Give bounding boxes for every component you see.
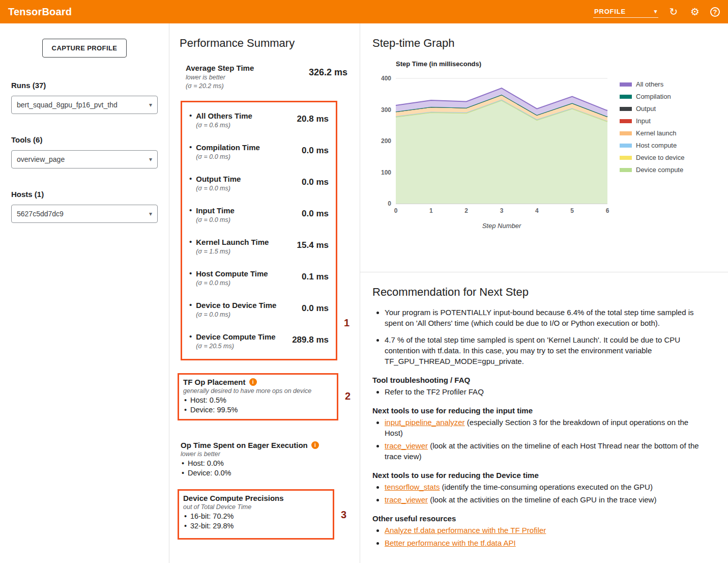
tfdata-api-link[interactable]: Better performance with the tf.data API	[385, 539, 516, 547]
legend-item: Input	[620, 117, 684, 125]
svg-text:1: 1	[429, 207, 433, 214]
metric-row: Host Compute Time (σ = 0.0 ms) 0.1 ms	[183, 262, 331, 294]
dashboard-selector[interactable]: PROFILE ▾	[593, 6, 658, 18]
legend-label: Device compute	[636, 166, 683, 174]
tensorflow-stats-link[interactable]: tensorflow_stats	[385, 483, 440, 491]
metric-value: 0.1 ms	[302, 269, 329, 282]
trace-viewer-link[interactable]: trace_viewer	[385, 441, 428, 450]
annotation-box-2: 2 TF Op Placement i generally desired to…	[178, 373, 338, 420]
svg-text:3: 3	[500, 207, 504, 214]
metric-row: All Others Time (σ = 0.6 ms) 20.8 ms	[183, 104, 331, 136]
metric-label: Input Time	[196, 206, 235, 216]
svg-text:5: 5	[570, 207, 574, 214]
faq-heading: Tool troubleshooting / FAQ	[372, 376, 708, 384]
metric-row: Compilation Time (σ = 0.0 ms) 0.0 ms	[183, 136, 331, 167]
metric-sigma: (σ = 0.0 ms)	[196, 216, 235, 224]
tools-select[interactable]: overview_page ▾	[11, 150, 158, 168]
legend-label: All others	[636, 80, 663, 88]
input-tools-heading: Next tools to use for reducing the input…	[372, 406, 708, 415]
legend-item: Host compute	[620, 142, 684, 149]
legend-item: Compilation	[620, 93, 684, 100]
eager-execution-title: Op Time Spent on Eager Execution	[181, 441, 308, 449]
metric-label: Host Compute Time	[196, 269, 268, 279]
precision-32bit: 32-bit: 29.8%	[183, 521, 328, 531]
metric-label: Compilation Time	[196, 143, 260, 153]
annotation-box-3: 3 Device Compute Precisions out of Total…	[178, 489, 334, 540]
runs-select[interactable]: bert_squad_8gpu_fp16_pvt_thd ▾	[11, 96, 158, 114]
svg-text:300: 300	[381, 106, 391, 114]
device-compute-precisions-title: Device Compute Precisions	[183, 494, 284, 502]
legend-label: Compilation	[636, 93, 671, 100]
input-tool-item: trace_viewer (look at the activities on …	[385, 440, 708, 462]
svg-text:6: 6	[606, 207, 609, 214]
legend-swatch	[620, 107, 632, 111]
legend-swatch	[620, 119, 632, 123]
metric-row: Device to Device Time (σ = 0.0 ms) 0.0 m…	[183, 294, 331, 325]
tools-select-value: overview_page	[17, 155, 65, 163]
resource-item: Better performance with the tf.data API	[385, 538, 708, 548]
eager-execution-subtext: lower is better	[181, 451, 350, 458]
faq-item: Refer to the TF2 Profiler FAQ	[385, 386, 708, 397]
legend-swatch	[620, 168, 632, 172]
svg-text:0: 0	[394, 207, 398, 214]
legend-item: Kernel launch	[620, 129, 684, 137]
hosts-select-value: 5627c5dd7dc9	[17, 210, 64, 218]
metric-label: Device Compute Time	[196, 332, 275, 342]
legend-item: Output	[620, 105, 684, 112]
legend-label: Device to device	[636, 154, 684, 161]
average-step-time-row: Average Step Time lower is better (σ = 2…	[186, 63, 347, 91]
metric-value: 0.0 ms	[302, 206, 329, 219]
tf-op-placement-host: Host: 0.5%	[183, 396, 332, 405]
capture-profile-button[interactable]: CAPTURE PROFILE	[42, 39, 127, 58]
legend-label: Host compute	[636, 142, 677, 149]
svg-text:200: 200	[381, 137, 391, 145]
device-tools-heading: Next tools to use for reducing the Devic…	[372, 471, 708, 480]
legend-swatch	[620, 156, 632, 160]
chevron-down-icon: ▾	[149, 101, 152, 108]
help-icon[interactable]: ?	[710, 7, 720, 17]
sidebar: CAPTURE PROFILE Runs (37) bert_squad_8gp…	[0, 23, 169, 563]
metric-value: 0.0 ms	[302, 300, 329, 314]
legend-swatch	[620, 82, 632, 87]
chevron-down-icon: ▾	[149, 156, 152, 163]
chevron-down-icon: ▾	[149, 210, 152, 217]
metric-row: Kernel Launch Time (σ = 1.5 ms) 15.4 ms	[183, 231, 331, 262]
gear-icon[interactable]: ⚙	[689, 6, 701, 18]
metric-sigma: (σ = 0.0 ms)	[196, 153, 260, 161]
device-tool-item: tensorflow_stats (identify the time-cons…	[385, 482, 708, 492]
tfdata-profiler-link[interactable]: Analyze tf.data performance with the TF …	[385, 526, 546, 534]
svg-text:Step Number: Step Number	[482, 222, 521, 230]
legend-item: Device compute	[620, 166, 684, 174]
metric-label: All Others Time	[196, 111, 252, 121]
recommendation-title: Recommendation for Next Step	[372, 286, 708, 299]
dashboard-selector-value: PROFILE	[594, 8, 626, 15]
hosts-select[interactable]: 5627c5dd7dc9 ▾	[11, 205, 158, 223]
metric-subtext: lower is better	[186, 73, 254, 82]
svg-text:2: 2	[464, 207, 468, 214]
annotation-number-1: 1	[344, 317, 350, 329]
svg-text:400: 400	[381, 75, 391, 82]
trace-viewer-link[interactable]: trace_viewer	[385, 495, 428, 504]
reload-icon[interactable]: ↻	[667, 6, 680, 18]
metric-sigma: (σ = 1.5 ms)	[196, 247, 269, 256]
metric-value: 326.2 ms	[309, 63, 347, 91]
tf-op-placement-title: TF Op Placement	[183, 378, 246, 386]
resources-heading: Other useful resources	[372, 514, 708, 523]
metric-value: 289.8 ms	[292, 332, 329, 345]
metric-sigma: (σ = 20.2 ms)	[186, 82, 254, 91]
metric-row: Device Compute Time (σ = 20.5 ms) 289.8 …	[183, 325, 331, 357]
metric-label: Device to Device Time	[196, 300, 276, 311]
step-time-chart: Step Time (in milliseconds)0100200300400…	[372, 58, 611, 236]
tools-label: Tools (6)	[11, 135, 158, 144]
performance-summary-title: Performance Summary	[180, 37, 350, 50]
svg-text:0: 0	[388, 200, 391, 207]
device-tool-item: trace_viewer (look at the activities on …	[385, 494, 708, 505]
eager-execution-section: Op Time Spent on Eager Execution i lower…	[181, 441, 350, 478]
info-icon[interactable]: i	[311, 441, 319, 449]
metric-label: Average Step Time	[186, 63, 254, 73]
resource-item: Analyze tf.data performance with the TF …	[385, 525, 708, 536]
input-pipeline-analyzer-link[interactable]: input_pipeline_analyzer	[385, 418, 465, 427]
legend-item: All others	[620, 80, 684, 88]
info-icon[interactable]: i	[249, 378, 257, 386]
tf-op-placement-subtext: generally desired to have more ops on de…	[183, 387, 332, 395]
